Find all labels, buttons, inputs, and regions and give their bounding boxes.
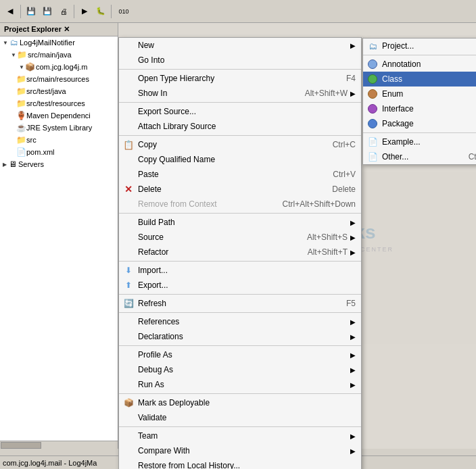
scrollbar-area[interactable] (0, 441, 118, 449)
menu-item-show-in[interactable]: Show In Alt+Shift+W ▶ (119, 86, 361, 101)
menu-item-compare[interactable]: Compare With ▶ (119, 443, 361, 458)
tree-label: src (26, 136, 37, 144)
back-button[interactable]: ◀ (3, 4, 18, 19)
menu-item-copy-qual[interactable]: Copy Qualified Name (119, 152, 361, 167)
submenu-item-enum[interactable]: Enum (363, 87, 476, 101)
import-icon: ⬇ (123, 265, 134, 276)
submenu-arrow-icon: ▶ (350, 234, 356, 241)
menu-separator (119, 102, 361, 103)
submenu-item-class[interactable]: Class (363, 72, 476, 87)
export-icon: ⬆ (123, 280, 134, 291)
menu-separator (119, 69, 361, 70)
submenu-arrow-icon: ▶ (350, 219, 356, 226)
menu-separator (119, 393, 361, 394)
menu-item-team[interactable]: Team ▶ (119, 428, 361, 443)
menu-item-declarations[interactable]: Declarations ▶ (119, 329, 361, 344)
toolbar-extra[interactable]: 010 (114, 4, 133, 19)
tree-item[interactable]: ▼ 📁 src/main/java (0, 49, 118, 61)
submenu-arrow-icon: ▶ (350, 433, 356, 440)
menu-item-build-path[interactable]: Build Path ▶ (119, 215, 361, 230)
menu-item-export-source[interactable]: Export Source... (119, 104, 361, 119)
submenu-item-interface[interactable]: Interface (363, 101, 476, 116)
save-button[interactable]: 💾 (24, 4, 39, 19)
project-icon: 🗂 (9, 37, 20, 48)
submenu-separator (363, 132, 476, 133)
debug-button[interactable]: 🐛 (93, 4, 108, 19)
submenu-arrow-icon: ▶ (350, 333, 356, 341)
menu-item-import[interactable]: ⬇ Import... (119, 263, 361, 278)
menu-item-mark-deploy[interactable]: 📦 Mark as Deployable (119, 395, 361, 410)
example-icon: 📄 (367, 137, 378, 147)
deploy-icon: 📦 (123, 397, 134, 408)
submenu-arrow-icon: ▶ (350, 351, 356, 359)
copy-icon: 📋 (123, 139, 134, 150)
menu-separator (119, 294, 361, 295)
menu-item-refresh[interactable]: 🔄 Refresh F5 (119, 296, 361, 311)
submenu-arrow-icon: ▶ (350, 381, 356, 389)
new-submenu: 🗂 Project... Annotation Class Enum (362, 38, 476, 165)
tree-item[interactable]: ▶ 📁 src/test/java (0, 85, 118, 97)
xml-icon: 📄 (16, 147, 26, 157)
tree-item[interactable]: ▶ ☕ JRE System Library (0, 122, 118, 134)
print-button[interactable]: 🖨 (56, 4, 71, 19)
menu-item-refactor[interactable]: Refactor Alt+Shift+T ▶ (119, 245, 361, 260)
menu-item-export[interactable]: ⬆ Export... (119, 278, 361, 293)
package-new-icon (367, 118, 378, 129)
servers-icon: 🖥 (7, 159, 18, 170)
tree-item[interactable]: ▶ 📁 src/test/resources (0, 97, 118, 109)
tree-label: JRE System Library (26, 124, 92, 132)
tree-item[interactable]: ▶ 📁 src/main/resources (0, 73, 118, 85)
tree-label: src/test/java (26, 87, 66, 95)
menu-item-profile-as[interactable]: Profile As ▶ (119, 347, 361, 362)
submenu-item-annotation[interactable]: Annotation (363, 57, 476, 72)
panel-title: Project Explorer ✕ (4, 25, 70, 34)
menu-item-go-into[interactable]: Go Into (119, 53, 361, 68)
tree-item[interactable]: ▶ 🖥 Servers (0, 158, 118, 170)
maven-icon: 🏺 (16, 110, 26, 121)
menu-item-open-type[interactable]: Open Type Hierarchy F4 (119, 71, 361, 86)
menu-separator (119, 345, 361, 346)
menu-item-paste[interactable]: Paste Ctrl+V (119, 167, 361, 182)
folder-icon: 📁 (16, 74, 26, 84)
menu-item-new[interactable]: New ▶ (119, 38, 361, 53)
menu-separator (119, 213, 361, 214)
submenu-separator (363, 55, 476, 55)
tree-item[interactable]: ▶ 📁 src (0, 134, 118, 146)
run-button[interactable]: ▶ (77, 4, 92, 19)
menu-item-run-as[interactable]: Run As ▶ (119, 377, 361, 392)
menu-item-delete[interactable]: ✕ Delete Delete (119, 182, 361, 197)
menu-item-validate[interactable]: Validate (119, 410, 361, 425)
toolbar-sep-2 (74, 5, 74, 18)
submenu-arrow-icon: ▶ (350, 249, 356, 256)
folder-icon: 📁 (16, 134, 26, 145)
tree-label: Maven Dependenci (26, 112, 91, 120)
tree-item[interactable]: ▶ 📄 pom.xml (0, 146, 118, 158)
submenu-item-other[interactable]: 📄 Other... Ctrl+N (363, 149, 476, 164)
save-all-button[interactable]: 💾 (40, 4, 55, 19)
menu-item-remove-ctx[interactable]: Remove from Context Ctrl+Alt+Shift+Down (119, 197, 361, 212)
panel-header: Project Explorer ✕ (0, 23, 118, 36)
scrollbar-thumb[interactable] (1, 442, 41, 449)
menu-item-restore[interactable]: Restore from Local History... (119, 458, 361, 469)
menu-separator (119, 135, 361, 136)
interface-icon (367, 103, 378, 114)
submenu-arrow-icon: ▶ (350, 447, 356, 455)
jre-icon: ☕ (16, 122, 26, 133)
menu-item-attach-lib[interactable]: Attach Library Source (119, 119, 361, 134)
other-icon: 📄 (367, 151, 378, 162)
submenu-arrow-icon: ▶ (350, 318, 356, 326)
tree-item[interactable]: ▼ 🗂 Log4jMailNotifier (0, 36, 118, 49)
folder-icon: 📁 (17, 49, 28, 60)
tree-item[interactable]: ▼ 📦 com.jcg.log4j.m (0, 61, 118, 73)
menu-item-debug-as[interactable]: Debug As ▶ (119, 362, 361, 377)
menu-item-source[interactable]: Source Alt+Shift+S ▶ (119, 230, 361, 245)
menu-item-references[interactable]: References ▶ (119, 314, 361, 329)
tree-label: com.jcg.log4j.m (36, 63, 87, 71)
tree-item[interactable]: ▶ 🏺 Maven Dependenci (0, 109, 118, 122)
menu-item-copy[interactable]: 📋 Copy Ctrl+C (119, 137, 361, 152)
tree-label: pom.xml (26, 148, 55, 156)
submenu-item-package[interactable]: Package (363, 116, 476, 131)
submenu-arrow-icon: ▶ (350, 90, 356, 97)
submenu-item-example[interactable]: 📄 Example... (363, 134, 476, 149)
submenu-item-project[interactable]: 🗂 Project... (363, 39, 476, 53)
